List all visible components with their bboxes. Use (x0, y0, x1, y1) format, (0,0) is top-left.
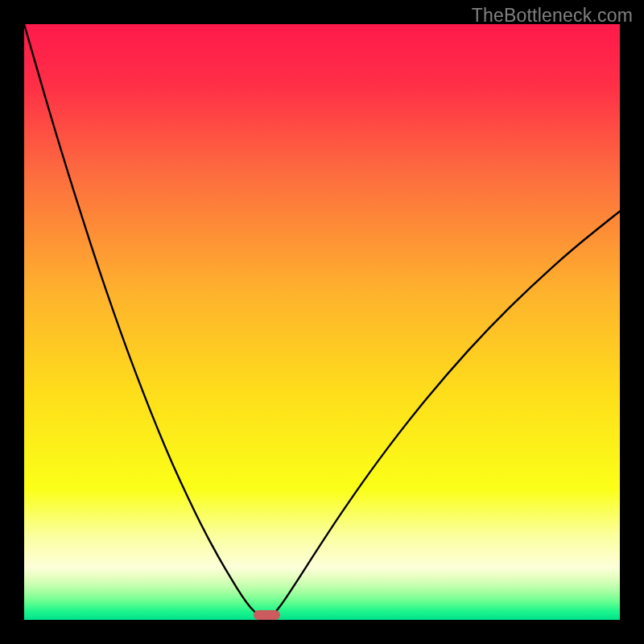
optimal-marker (254, 610, 280, 620)
background-gradient (24, 24, 620, 620)
chart-frame: TheBottleneck.com (0, 0, 644, 644)
svg-rect-0 (24, 24, 620, 620)
watermark-text: TheBottleneck.com (472, 5, 633, 27)
plot-area (24, 24, 620, 620)
